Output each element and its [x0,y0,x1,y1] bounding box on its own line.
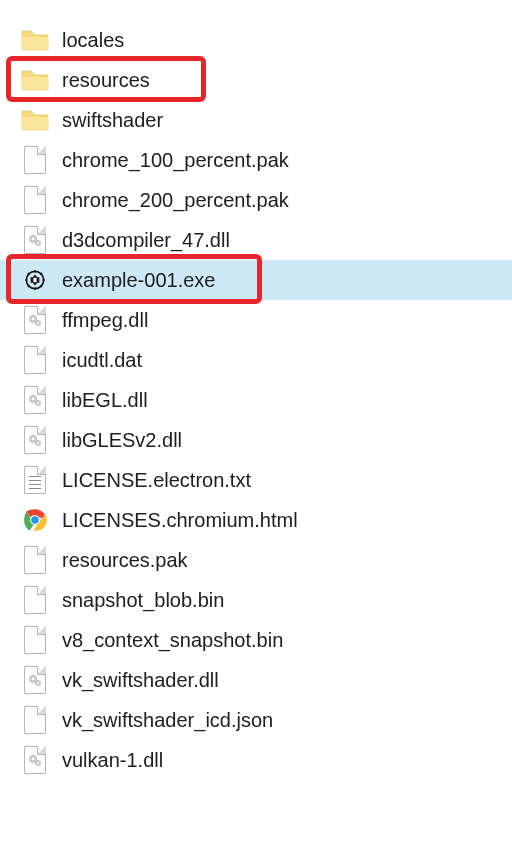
file-name-label: example-001.exe [62,269,215,292]
file-name-label: LICENSES.chromium.html [62,509,298,532]
svg-point-17 [37,442,39,444]
file-name-label: vulkan-1.dll [62,749,163,772]
file-row[interactable]: example-001.exe [0,260,512,300]
file-icon [20,705,50,735]
file-row[interactable]: vulkan-1.dll [0,740,512,780]
file-name-label: swiftshader [62,109,163,132]
file-name-label: chrome_100_percent.pak [62,149,289,172]
file-name-label: resources [62,69,150,92]
file-row[interactable]: vk_swiftshader.dll [0,660,512,700]
file-name-label: vk_swiftshader_icd.json [62,709,273,732]
dll-gear-file-icon [20,745,50,775]
file-row[interactable]: vk_swiftshader_icd.json [0,700,512,740]
dll-gear-file-icon [20,665,50,695]
svg-point-9 [37,322,39,324]
svg-point-13 [37,402,39,404]
file-row[interactable]: libGLESv2.dll [0,420,512,460]
svg-point-23 [32,678,35,681]
file-row[interactable]: v8_context_snapshot.bin [0,620,512,660]
svg-point-24 [37,682,39,684]
file-icon [20,545,50,575]
file-row[interactable]: chrome_100_percent.pak [0,140,512,180]
svg-point-8 [32,318,35,321]
text-file-icon [20,465,50,495]
file-row[interactable]: icudtl.dat [0,340,512,380]
folder-icon [20,65,50,95]
file-icon [20,345,50,375]
svg-point-20 [31,516,39,524]
file-row[interactable]: LICENSE.electron.txt [0,460,512,500]
file-row[interactable]: libEGL.dll [0,380,512,420]
dll-gear-file-icon [20,385,50,415]
file-name-label: resources.pak [62,549,188,572]
file-row[interactable]: chrome_200_percent.pak [0,180,512,220]
folder-icon [20,105,50,135]
svg-rect-5 [33,278,36,282]
svg-point-2 [32,238,35,241]
file-name-label: libEGL.dll [62,389,148,412]
file-name-label: v8_context_snapshot.bin [62,629,283,652]
file-row[interactable]: swiftshader [0,100,512,140]
svg-point-16 [32,438,35,441]
file-icon [20,625,50,655]
file-row[interactable]: LICENSES.chromium.html [0,500,512,540]
file-name-label: d3dcompiler_47.dll [62,229,230,252]
file-name-label: chrome_200_percent.pak [62,189,289,212]
file-icon [20,585,50,615]
file-name-label: libGLESv2.dll [62,429,182,452]
file-row[interactable]: d3dcompiler_47.dll [0,220,512,260]
file-icon [20,185,50,215]
exe-app-icon [20,265,50,295]
file-name-label: icudtl.dat [62,349,142,372]
svg-point-12 [32,398,35,401]
dll-gear-file-icon [20,225,50,255]
file-row[interactable]: snapshot_blob.bin [0,580,512,620]
file-name-label: LICENSE.electron.txt [62,469,251,492]
dll-gear-file-icon [20,305,50,335]
file-name-label: ffmpeg.dll [62,309,148,332]
file-row[interactable]: resources.pak [0,540,512,580]
file-name-label: snapshot_blob.bin [62,589,224,612]
chrome-icon [20,505,50,535]
file-row[interactable]: ffmpeg.dll [0,300,512,340]
svg-point-27 [32,758,35,761]
file-icon [20,145,50,175]
svg-point-28 [37,762,39,764]
dll-gear-file-icon [20,425,50,455]
svg-point-3 [37,242,39,244]
file-name-label: locales [62,29,124,52]
file-row[interactable]: locales [0,20,512,60]
folder-icon [20,25,50,55]
file-name-label: vk_swiftshader.dll [62,669,219,692]
file-list: localesresourcesswiftshaderchrome_100_pe… [0,0,512,780]
file-row[interactable]: resources [0,60,512,100]
